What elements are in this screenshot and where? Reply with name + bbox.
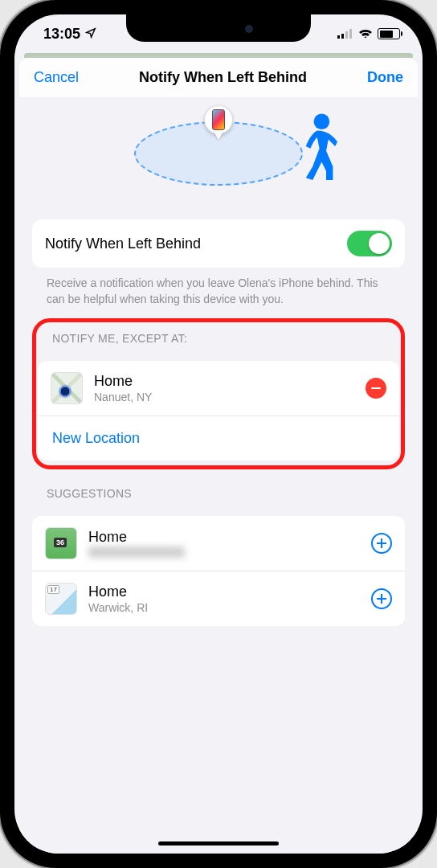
svg-rect-1 (341, 34, 344, 39)
suggestion-row[interactable]: Home Warwick, RI (32, 571, 405, 626)
notify-toggle[interactable] (347, 231, 392, 256)
page-title: Notify When Left Behind (139, 69, 307, 86)
location-name: Home (88, 583, 371, 600)
home-indicator[interactable] (158, 841, 279, 845)
background-app-strip (24, 53, 413, 58)
screen: 13:05 Cancel Notify When Left Behind (14, 14, 423, 854)
toggle-label: Notify When Left Behind (45, 235, 347, 252)
location-name: Home (88, 529, 371, 546)
battery-icon (378, 28, 400, 39)
add-suggestion-button[interactable] (371, 588, 392, 609)
location-subtitle: Warwick, RI (88, 601, 371, 614)
suggestions-header: SUGGESTIONS (32, 469, 405, 506)
walking-person-icon (292, 112, 337, 184)
status-time: 13:05 (43, 26, 80, 43)
device-pin-icon (204, 105, 233, 134)
cancel-button[interactable]: Cancel (34, 69, 79, 86)
nav-bar: Cancel Notify When Left Behind Done (19, 58, 418, 97)
add-suggestion-button[interactable] (371, 533, 392, 554)
safe-zone-graphic (134, 121, 303, 186)
location-icon (85, 26, 96, 43)
except-header: NOTIFY ME, EXCEPT AT: (38, 324, 399, 351)
location-name: Home (94, 373, 366, 390)
svg-rect-0 (337, 35, 340, 39)
cellular-icon (337, 29, 353, 39)
suggestion-row[interactable]: Home (32, 516, 405, 571)
content-area: Notify When Left Behind Receive a notifi… (19, 210, 418, 854)
svg-point-4 (314, 113, 330, 129)
hero-illustration (19, 97, 418, 210)
phone-frame: 13:05 Cancel Notify When Left Behind (0, 0, 437, 868)
new-location-row[interactable]: New Location (38, 416, 399, 461)
notch (126, 14, 311, 42)
map-thumbnail-icon (51, 372, 83, 404)
suggestions-card: Home Home Warwick, RI (32, 516, 405, 626)
wifi-icon (358, 29, 373, 39)
toggle-card: Notify When Left Behind (32, 219, 405, 268)
except-location-row[interactable]: Home Nanuet, NY (38, 361, 399, 416)
svg-rect-2 (345, 31, 348, 39)
new-location-label: New Location (38, 417, 154, 460)
remove-location-button[interactable] (366, 378, 386, 399)
toggle-description: Receive a notification when you leave Ol… (32, 268, 405, 312)
except-card: Home Nanuet, NY New Location (38, 361, 399, 461)
location-subtitle-redacted (88, 547, 185, 558)
map-thumbnail-icon (45, 583, 77, 615)
location-subtitle: Nanuet, NY (94, 391, 366, 403)
modal-sheet: Cancel Notify When Left Behind Done Not (19, 58, 418, 854)
highlighted-section: NOTIFY ME, EXCEPT AT: Home Nanuet, NY Ne… (32, 318, 405, 469)
map-thumbnail-icon (45, 527, 77, 559)
done-button[interactable]: Done (367, 69, 403, 86)
svg-rect-3 (349, 29, 352, 39)
